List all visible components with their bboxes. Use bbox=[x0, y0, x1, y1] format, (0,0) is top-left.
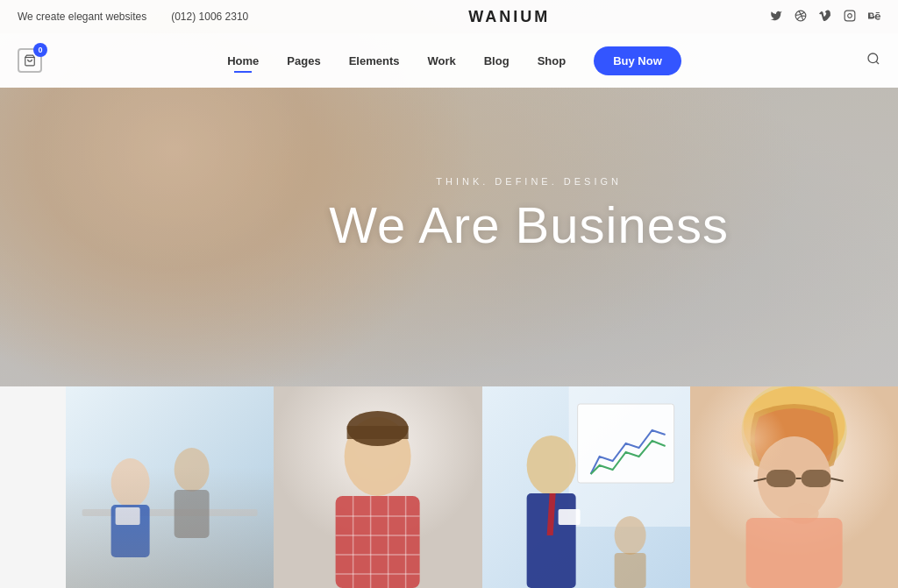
thumb-image-1 bbox=[66, 386, 274, 588]
svg-point-32 bbox=[526, 436, 575, 495]
svg-rect-1 bbox=[845, 11, 855, 21]
thumb-image-3 bbox=[482, 386, 690, 588]
tagline-text: We create elegant websites bbox=[18, 11, 146, 23]
top-bar-left: We create elegant websites (012) 1006 23… bbox=[18, 11, 248, 23]
thumbnail-1[interactable] bbox=[66, 386, 274, 588]
instagram-icon[interactable] bbox=[844, 10, 856, 25]
site-logo[interactable]: WANIUM bbox=[468, 8, 550, 26]
main-navigation: Home Pages Elements Work Blog Shop Buy N… bbox=[227, 46, 681, 75]
svg-rect-44 bbox=[801, 470, 830, 487]
twitter-icon[interactable] bbox=[770, 10, 782, 25]
thumbnail-3[interactable] bbox=[482, 386, 690, 588]
svg-point-36 bbox=[614, 516, 645, 555]
nav-shop[interactable]: Shop bbox=[538, 54, 567, 67]
hero-content: THINK. DEFINE. DESIGN We Are Business bbox=[329, 176, 729, 253]
svg-rect-35 bbox=[558, 509, 580, 525]
nav-bar: 0 Home Pages Elements Work Blog Shop Buy… bbox=[0, 33, 898, 88]
svg-rect-37 bbox=[614, 553, 645, 588]
thumb-image-2 bbox=[274, 386, 481, 588]
svg-rect-49 bbox=[745, 518, 842, 588]
svg-rect-13 bbox=[116, 507, 140, 525]
svg-rect-18 bbox=[347, 426, 409, 439]
thumb-image-4 bbox=[690, 386, 898, 588]
thumbnail-2[interactable] bbox=[274, 386, 481, 588]
svg-rect-10 bbox=[111, 505, 150, 557]
svg-point-9 bbox=[111, 458, 150, 507]
cart-icon[interactable]: 0 bbox=[18, 48, 42, 73]
dribbble-icon[interactable] bbox=[795, 10, 807, 25]
buy-now-button[interactable]: Buy Now bbox=[594, 46, 681, 75]
hero-title: We Are Business bbox=[329, 197, 729, 253]
hero-tagline: THINK. DEFINE. DESIGN bbox=[329, 176, 729, 187]
nav-elements[interactable]: Elements bbox=[349, 54, 400, 67]
vimeo-icon[interactable] bbox=[819, 10, 831, 25]
svg-rect-12 bbox=[175, 490, 210, 538]
search-icon[interactable] bbox=[866, 52, 880, 69]
svg-point-11 bbox=[175, 448, 210, 492]
nav-work[interactable]: Work bbox=[427, 54, 455, 67]
cart-button[interactable]: 0 bbox=[18, 48, 42, 73]
thumbnail-4[interactable] bbox=[690, 386, 898, 588]
svg-rect-8 bbox=[82, 509, 258, 516]
behance-icon[interactable] bbox=[868, 10, 880, 25]
nav-home[interactable]: Home bbox=[227, 54, 259, 67]
nav-blog[interactable]: Blog bbox=[484, 54, 510, 67]
svg-rect-7 bbox=[66, 386, 274, 588]
top-bar: We create elegant websites (012) 1006 23… bbox=[0, 0, 898, 33]
nav-pages[interactable]: Pages bbox=[287, 54, 320, 67]
social-icons bbox=[770, 10, 880, 25]
svg-point-4 bbox=[868, 53, 878, 63]
thumbnail-grid bbox=[0, 386, 898, 588]
cart-count-badge: 0 bbox=[33, 43, 47, 57]
svg-rect-43 bbox=[766, 470, 795, 487]
phone-text: (012) 1006 2310 bbox=[171, 11, 248, 23]
svg-line-5 bbox=[876, 61, 879, 64]
